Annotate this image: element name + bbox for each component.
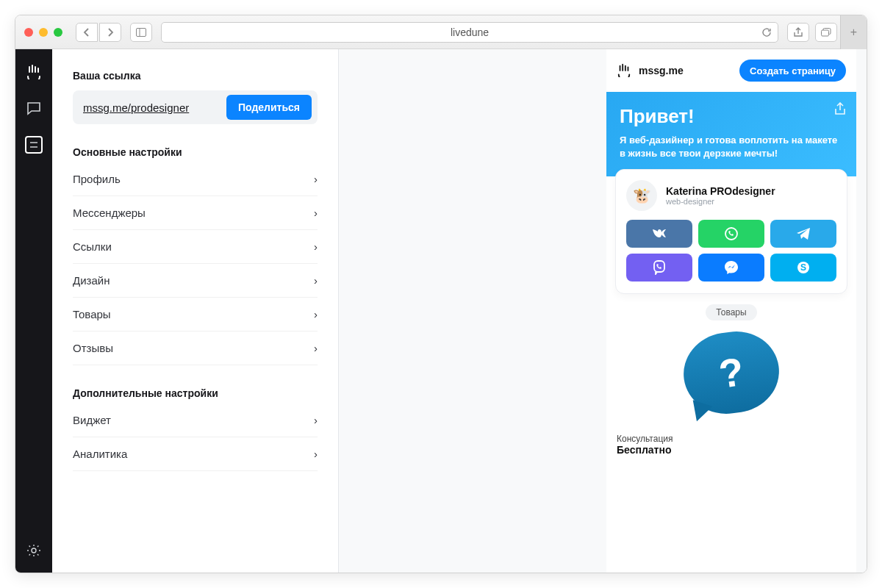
canvas-gap xyxy=(339,49,606,573)
chevron-right-icon: › xyxy=(314,308,318,320)
chevron-right-icon: › xyxy=(314,207,318,219)
hero-title: Привет! xyxy=(620,105,843,128)
menu-item-reviews[interactable]: Отзывы› xyxy=(73,331,318,365)
chevron-right-icon: › xyxy=(314,414,318,426)
messenger-button[interactable] xyxy=(698,254,764,282)
extra-settings-heading: Дополнительные настройки xyxy=(73,387,318,399)
close-window-icon[interactable] xyxy=(24,28,33,37)
skype-button[interactable]: S xyxy=(770,254,836,282)
chevron-right-icon: › xyxy=(314,448,318,460)
reload-icon[interactable] xyxy=(761,27,772,37)
svg-point-6 xyxy=(32,548,36,553)
menu-item-links[interactable]: Ссылки› xyxy=(73,230,318,264)
whatsapp-button[interactable] xyxy=(698,220,764,248)
menu-label: Аналитика xyxy=(73,448,127,460)
hero-text: Я веб-дазийнер и готова воплотить на мак… xyxy=(620,134,843,160)
product-price: Бесплатно xyxy=(617,444,846,456)
product-card[interactable]: ? Консультация Бесплатно xyxy=(606,328,856,466)
menu-label: Профиль xyxy=(73,173,121,185)
menu-label: Виджет xyxy=(73,414,111,426)
app-body: Ваша ссылка mssg.me/prodesigner Поделить… xyxy=(15,49,867,573)
menu-label: Товары xyxy=(73,308,111,320)
menu-label: Дизайн xyxy=(73,274,110,287)
preview-header: mssg.me Создать страницу xyxy=(606,49,856,92)
app-sidebar xyxy=(15,49,52,573)
product-image: ? xyxy=(617,328,846,428)
url-bar[interactable]: livedune xyxy=(161,22,778,43)
chevron-right-icon: › xyxy=(314,274,318,287)
svg-rect-3 xyxy=(822,30,829,36)
browser-window: livedune + xyxy=(15,15,867,573)
menu-label: Мессенджеры xyxy=(73,207,146,219)
profile-card: 🐮 Katerina PROdesigner web-designer S xyxy=(615,169,847,294)
link-row: mssg.me/prodesigner Поделиться xyxy=(73,90,318,124)
chevron-right-icon: › xyxy=(314,342,318,354)
telegram-button[interactable] xyxy=(770,220,836,248)
chat-icon[interactable] xyxy=(25,99,43,117)
svg-rect-0 xyxy=(137,28,146,36)
mobile-preview: mssg.me Создать страницу Привет! Я веб-д… xyxy=(606,49,856,573)
menu-item-products[interactable]: Товары› xyxy=(73,298,318,331)
chevron-right-icon: › xyxy=(314,173,318,185)
svg-point-7 xyxy=(725,228,737,240)
forward-button[interactable] xyxy=(99,23,121,42)
share-button[interactable] xyxy=(787,23,809,42)
mssg-logo-small-icon xyxy=(617,62,633,79)
titlebar-right-buttons xyxy=(787,23,837,42)
product-label: Консультация xyxy=(617,434,846,444)
svg-rect-8 xyxy=(654,261,664,272)
create-page-button[interactable]: Создать страницу xyxy=(739,60,846,82)
menu-label: Отзывы xyxy=(73,342,113,354)
share-page-icon[interactable] xyxy=(834,102,846,115)
menu-item-widget[interactable]: Виджет› xyxy=(73,404,318,437)
maximize-window-icon[interactable] xyxy=(54,28,62,37)
new-tab-button[interactable]: + xyxy=(840,15,867,49)
profile-name: Katerina PROdesigner xyxy=(666,185,775,197)
nav-back-forward xyxy=(76,23,121,42)
chevron-right-icon: › xyxy=(314,240,318,253)
menu-item-design[interactable]: Дизайн› xyxy=(73,264,318,298)
minimize-window-icon[interactable] xyxy=(39,28,48,37)
products-pill[interactable]: Товары xyxy=(706,304,756,320)
vk-button[interactable] xyxy=(626,220,692,248)
traffic-lights xyxy=(24,28,62,37)
settings-panel: Ваша ссылка mssg.me/prodesigner Поделить… xyxy=(52,49,339,573)
url-text: livedune xyxy=(451,26,489,38)
profile-role: web-designer xyxy=(666,197,775,206)
gear-icon[interactable] xyxy=(25,542,43,559)
share-link-button[interactable]: Поделиться xyxy=(226,95,312,120)
sidebar-toggle-button[interactable] xyxy=(130,23,152,42)
svg-text:S: S xyxy=(800,262,806,273)
page-link[interactable]: mssg.me/prodesigner xyxy=(83,101,226,114)
mssg-logo-icon[interactable] xyxy=(25,62,43,80)
avatar: 🐮 xyxy=(626,180,657,211)
menu-item-analytics[interactable]: Аналитика› xyxy=(73,437,318,471)
back-button[interactable] xyxy=(76,23,98,42)
profile-row: 🐮 Katerina PROdesigner web-designer xyxy=(626,180,836,211)
brand-name: mssg.me xyxy=(639,65,734,76)
your-link-label: Ваша ссылка xyxy=(73,70,318,82)
menu-label: Ссылки xyxy=(73,240,112,253)
browser-titlebar: livedune + xyxy=(15,15,867,49)
hero-banner: Привет! Я веб-дазийнер и готова воплотит… xyxy=(606,92,856,176)
tabs-button[interactable] xyxy=(815,23,837,42)
main-settings-heading: Основные настройки xyxy=(73,146,318,158)
menu-item-messengers[interactable]: Мессенджеры› xyxy=(73,196,318,230)
social-buttons: S xyxy=(626,220,836,282)
menu-item-profile[interactable]: Профиль› xyxy=(73,162,318,196)
viber-button[interactable] xyxy=(626,254,692,282)
page-editor-icon[interactable] xyxy=(25,136,43,154)
